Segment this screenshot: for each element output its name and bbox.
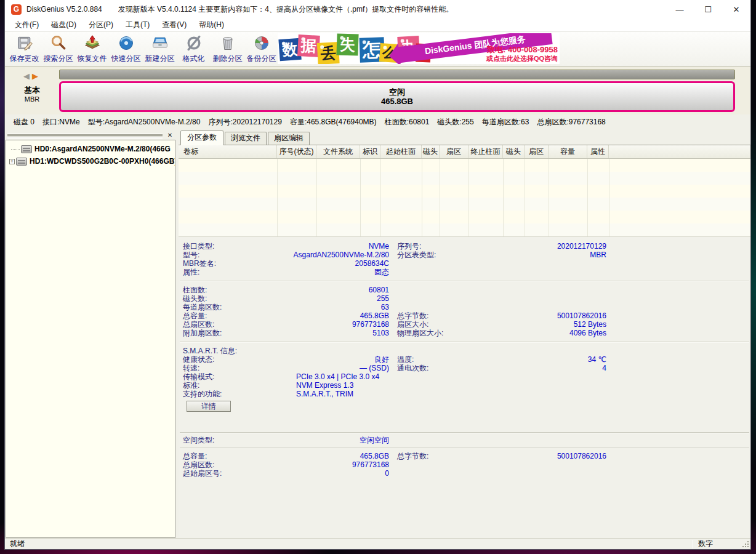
col-end-cylinder[interactable]: 终止柱面 <box>468 145 503 158</box>
table-header-row: 卷标 序号(状态) 文件系统 标识 起始柱面 磁头 扇区 终止柱面 磁头 扇区 … <box>179 145 750 159</box>
free-space-block[interactable]: 空闲 465.8GB <box>59 81 735 112</box>
disk-tree: HD0:AsgardAN2500NVMe-M.2/80(466G + HD1:W… <box>6 140 175 538</box>
tree-item-hd1[interactable]: + HD1:WDCWDS500G2B0C-00PXH0(466GB) <box>6 155 175 167</box>
table-row <box>179 159 750 172</box>
recover-files-icon <box>83 34 102 52</box>
menu-help[interactable]: 帮助(H) <box>193 18 230 31</box>
window-title: DiskGenius V5.2.0.884 <box>26 5 102 14</box>
recover-files-button[interactable]: 恢复文件 <box>75 32 109 65</box>
disk-details: 接口类型:NVMe序列号:202012170129 型号:AsgardAN250… <box>179 236 750 538</box>
next-disk-icon[interactable]: ▶ <box>32 71 41 81</box>
close-button[interactable]: ✕ <box>722 0 750 18</box>
menu-tools[interactable]: 工具(T) <box>119 18 156 31</box>
status-bar: 就绪 数字 <box>5 538 750 549</box>
menu-bar: 文件(F) 磁盘(D) 分区(P) 工具(T) 查看(V) 帮助(H) <box>5 18 750 32</box>
section-smart: S.M.A.R.T. 信息: 健康状态:良好温度:34 ℃ 转速:— (SSD)… <box>179 343 750 416</box>
panel-close-icon[interactable]: ✕ <box>166 132 174 139</box>
promo-banner[interactable]: 数 据 丢 失 怎 么 办 ！ DiskGenius 团队为您服务 致电: 40… <box>278 33 560 64</box>
free-space-size: 465.8GB <box>381 97 413 106</box>
save-changes-button[interactable]: 保存更改 <box>7 32 41 65</box>
section-space-type: 空间类型:空闲空间 <box>179 433 750 447</box>
smart-details-button[interactable]: 详情 <box>187 401 231 412</box>
disk-info-segment: 容量:465.8GB(476940MB) <box>290 117 377 127</box>
delete-partition-icon <box>219 34 237 52</box>
table-row <box>179 185 750 198</box>
disk-tree-panel: ✕ HD0:AsgardAN2500NVMe-M.2/80(466G + HD1… <box>6 130 175 538</box>
free-space-label: 空闲 <box>389 87 405 97</box>
tree-item-hd0[interactable]: HD0:AsgardAN2500NVMe-M.2/80(466G <box>6 143 175 155</box>
partition-table-body[interactable] <box>179 159 750 236</box>
tab-sector-edit[interactable]: 扇区编辑 <box>268 132 310 145</box>
disk-overview-strip[interactable] <box>59 70 735 79</box>
disk-icon <box>16 158 27 166</box>
disk-info-segment: 总扇区数:976773168 <box>537 117 605 127</box>
promo-qq-link[interactable]: 或点击此处选择QQ咨询 <box>486 54 558 63</box>
col-capacity[interactable]: 容量 <box>549 145 587 158</box>
status-text: 就绪 <box>5 539 693 549</box>
disk-info-segment: 磁头数:255 <box>437 117 473 127</box>
disk-info-segment: 磁盘 0 <box>14 117 34 127</box>
col-filesystem[interactable]: 文件系统 <box>316 145 360 158</box>
disk-info-segment: 柱面数:60801 <box>385 117 430 127</box>
panel-grip[interactable] <box>7 134 163 137</box>
prev-disk-icon[interactable]: ◀ <box>23 71 32 81</box>
table-row <box>179 211 750 223</box>
disk-type-label: 基本 <box>5 85 59 96</box>
disk-info-segment: 每道扇区数:63 <box>482 117 529 127</box>
update-notice: 发现新版本 V5.4.0.1124 主要更新内容如下：4、提高从分区镜像文件（.… <box>118 4 666 15</box>
tab-partition-params[interactable]: 分区参数 <box>180 130 223 145</box>
search-partition-button[interactable]: 搜索分区 <box>41 32 75 65</box>
tab-browse-files[interactable]: 浏览文件 <box>225 132 267 145</box>
table-row <box>179 172 750 185</box>
col-start-cylinder[interactable]: 起始柱面 <box>380 145 422 158</box>
disk-info-segment: 型号:AsgardAN2500NVMe-M.2/80 <box>88 117 201 127</box>
col-end-sector[interactable]: 扇区 <box>525 145 549 158</box>
quick-partition-button[interactable]: 快速分区 <box>109 32 143 65</box>
table-row <box>179 198 750 211</box>
format-icon <box>185 34 203 52</box>
quick-partition-icon <box>117 34 135 52</box>
detail-panel: 分区参数 浏览文件 扇区编辑 卷标 序号(状态) 文件系统 标识 起始柱面 磁头… <box>179 130 750 538</box>
col-attributes[interactable]: 属性 <box>587 145 609 158</box>
table-row <box>179 223 750 236</box>
partition-scheme-label: MBR <box>5 95 59 103</box>
section-geometry: 柱面数:60801 磁头数:255 每道扇区数:63 总容量:465.8GB总字… <box>179 282 750 342</box>
col-id[interactable]: 标识 <box>360 145 380 158</box>
backup-partition-button[interactable]: 备份分区 <box>244 32 278 65</box>
col-index-status[interactable]: 序号(状态) <box>277 145 316 158</box>
menu-partition[interactable]: 分区(P) <box>82 18 119 31</box>
save-icon <box>15 34 34 52</box>
disk-info-segment: 接口:NVMe <box>42 117 80 127</box>
backup-partition-icon <box>252 34 271 52</box>
toolbar: 保存更改 搜索分区 恢复文件 快速分区 新建分区 <box>5 32 750 66</box>
menu-disk[interactable]: 磁盘(D) <box>45 18 82 31</box>
app-icon: G <box>11 4 22 15</box>
promo-tile: 失 <box>336 33 358 55</box>
app-window: G DiskGenius V5.2.0.884 发现新版本 V5.4.0.112… <box>4 0 751 550</box>
section-space: 总容量:465.8GB总字节数:500107862016 总扇区数:976773… <box>179 448 750 482</box>
maximize-button[interactable]: ☐ <box>694 0 722 18</box>
section-interface: 接口类型:NVMe序列号:202012170129 型号:AsgardAN250… <box>179 238 750 281</box>
disk-info-segment: 序列号:202012170129 <box>208 117 281 127</box>
format-button[interactable]: 格式化 <box>177 32 211 65</box>
col-volume-label[interactable]: 卷标 <box>179 145 277 158</box>
expand-icon[interactable]: + <box>9 159 15 164</box>
partition-overview-panel: ◀▶ 基本 MBR 空闲 465.8GB <box>5 66 750 114</box>
title-bar: G DiskGenius V5.2.0.884 发现新版本 V5.4.0.112… <box>5 0 750 18</box>
col-start-sector[interactable]: 扇区 <box>440 145 468 158</box>
new-partition-icon <box>151 34 169 52</box>
menu-file[interactable]: 文件(F) <box>9 18 45 31</box>
tab-bar: 分区参数 浏览文件 扇区编辑 <box>179 130 750 145</box>
numlock-indicator: 数字 <box>693 539 741 549</box>
minimize-button[interactable]: — <box>666 0 694 18</box>
delete-partition-button[interactable]: 删除分区 <box>211 32 244 65</box>
menu-view[interactable]: 查看(V) <box>156 18 193 31</box>
resize-grip[interactable] <box>741 540 750 548</box>
col-start-head[interactable]: 磁头 <box>422 145 440 158</box>
new-partition-button[interactable]: 新建分区 <box>143 32 177 65</box>
disk-info-bar: 磁盘 0 接口:NVMe 型号:AsgardAN2500NVMe-M.2/80 … <box>5 114 750 130</box>
smart-title: S.M.A.R.T. 信息: <box>179 347 750 355</box>
col-end-head[interactable]: 磁头 <box>503 145 525 158</box>
search-icon <box>49 34 68 52</box>
disk-icon <box>21 145 32 153</box>
